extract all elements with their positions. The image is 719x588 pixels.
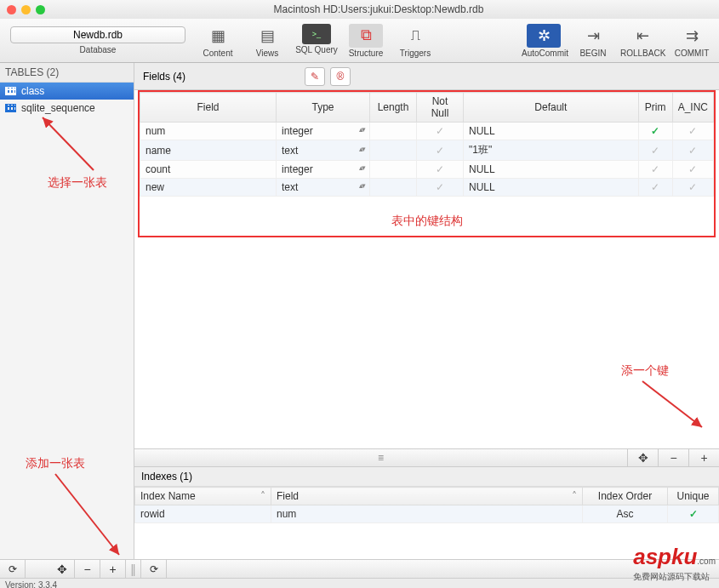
database-button[interactable]: Newdb.rdb [10, 26, 185, 43]
fields-footer-bar: ≡ ✥ − + [134, 448, 719, 467]
indexes-header: Indexes (1) [134, 467, 719, 487]
close-icon[interactable] [7, 5, 16, 14]
commit-icon: ⇉ [675, 24, 709, 48]
database-caption: Database [5, 45, 191, 54]
refresh-right-button[interactable]: ⟳ [141, 560, 167, 579]
fields-table-highlight: Field Type Length Not Null Default Prim … [138, 90, 716, 237]
check-icon[interactable]: ✓ [651, 145, 659, 157]
toolbar-structure[interactable]: ⧉Structure [344, 24, 388, 58]
fields-header-bar: Fields (4) ✎ ® [134, 63, 719, 90]
divider-icon[interactable]: ‖ [126, 560, 141, 579]
move-table-button[interactable]: ✥ [49, 560, 75, 579]
minimize-icon[interactable] [21, 5, 31, 14]
check-icon[interactable]: ✓ [651, 163, 659, 175]
check-icon[interactable]: ✓ [436, 125, 444, 137]
col-default[interactable]: Default [464, 93, 639, 123]
col-index-unique[interactable]: Unique [668, 488, 719, 505]
check-icon[interactable]: ✓ [688, 145, 697, 157]
triggers-icon: ⎍ [398, 24, 432, 48]
chart-icon: ✎ [311, 71, 319, 83]
col-type[interactable]: Type [277, 93, 370, 123]
col-prim[interactable]: Prim [638, 93, 672, 123]
table-icon [5, 104, 16, 112]
toolbar-sqlquery[interactable]: >_SQL Query [294, 24, 339, 58]
terminal-icon: >_ [302, 24, 331, 44]
check-icon: ✓ [689, 508, 698, 520]
tables-header: TABLES (2) [0, 63, 134, 83]
chart-tool-button[interactable]: ✎ [305, 67, 325, 86]
add-table-button[interactable]: + [100, 560, 126, 579]
col-index-order[interactable]: Index Order [583, 488, 668, 505]
bottom-toolbar: ⟳ ✥ − + ‖ ⟳ [0, 559, 719, 578]
toolbar-autocommit[interactable]: ✲AutoCommit [522, 24, 566, 58]
toolbar-triggers[interactable]: ⎍Triggers [393, 24, 437, 58]
toolbar: Newdb.rdb Database ▦Content ▤Views >_SQL… [0, 19, 719, 63]
grid-icon: ▦ [201, 24, 235, 48]
rollback-icon: ⇤ [625, 24, 659, 48]
remove-field-button[interactable]: − [658, 449, 688, 466]
version-label: Version: 3.3.4 [0, 578, 719, 588]
table-row[interactable]: num integer ▴▾ ✓ NULL ✓ ✓ [140, 123, 714, 140]
sidebar-item-class[interactable]: class [0, 83, 134, 100]
check-icon[interactable]: ✓ [688, 163, 697, 175]
fields-count: Fields (4) [143, 71, 185, 83]
stepper-icon[interactable]: ▴▾ [359, 125, 364, 134]
sidebar: TABLES (2) class sqlite_sequence [0, 63, 134, 559]
check-icon[interactable]: ✓ [651, 181, 659, 193]
gear-icon: ✲ [527, 24, 561, 48]
add-field-button[interactable]: + [688, 449, 719, 466]
table-icon [5, 87, 16, 95]
col-notnull[interactable]: Not Null [417, 93, 464, 123]
col-field[interactable]: Field [140, 93, 277, 123]
col-length[interactable]: Length [370, 93, 417, 123]
views-icon: ▤ [250, 24, 284, 48]
stepper-icon[interactable]: ▴▾ [359, 181, 364, 190]
sort-asc-icon: ˄ [260, 490, 265, 502]
refresh-left-button[interactable]: ⟳ [0, 560, 26, 579]
structure-icon: ⧉ [349, 24, 383, 48]
sidebar-item-label: class [21, 85, 44, 97]
table-row[interactable]: name text ▴▾ ✓ "1班" ✓ ✓ [140, 140, 714, 161]
registered-icon: ® [337, 71, 345, 83]
fields-annotation: 表中的键结构 [140, 197, 714, 236]
toolbar-rollback[interactable]: ⇤ROLLBACK [620, 24, 665, 58]
col-index-name[interactable]: Index Name˄ [135, 488, 271, 505]
sidebar-item-label: sqlite_sequence [21, 102, 95, 114]
check-icon[interactable]: ✓ [436, 145, 444, 157]
check-icon[interactable]: ✓ [436, 181, 444, 193]
move-field-button[interactable]: ✥ [627, 449, 658, 466]
check-icon[interactable]: ✓ [651, 125, 659, 137]
check-icon[interactable]: ✓ [688, 181, 697, 193]
refresh-icon: ⟳ [9, 563, 17, 575]
toolbar-content[interactable]: ▦Content [196, 24, 240, 58]
traffic-lights [7, 5, 45, 14]
toolbar-views[interactable]: ▤Views [245, 24, 289, 58]
check-icon[interactable]: ✓ [436, 163, 444, 175]
fields-table: Field Type Length Not Null Default Prim … [140, 92, 714, 197]
toolbar-commit[interactable]: ⇉COMMIT [670, 24, 714, 58]
stepper-icon[interactable]: ▴▾ [359, 145, 364, 153]
table-row[interactable]: new text ▴▾ ✓ NULL ✓ ✓ [140, 179, 714, 197]
begin-icon: ⇥ [576, 24, 610, 48]
col-index-field[interactable]: Field˄ [271, 488, 583, 505]
maximize-icon[interactable] [36, 5, 45, 14]
col-ainc[interactable]: A_INC [672, 93, 713, 123]
window-title: Macintosh HD:Users:jukui:Desktop:Newdb.r… [45, 3, 712, 15]
indexes-table: Index Name˄ Field˄ Index Order Unique ro… [134, 487, 719, 523]
check-icon[interactable]: ✓ [688, 125, 697, 137]
sort-asc-icon: ˄ [572, 490, 577, 502]
toolbar-begin[interactable]: ⇥BEGIN [571, 24, 615, 58]
refresh-icon: ⟳ [150, 563, 158, 575]
registered-tool-button[interactable]: ® [330, 67, 351, 86]
table-row[interactable]: rowid num Asc ✓ [135, 505, 719, 523]
stepper-icon[interactable]: ▴▾ [359, 163, 364, 172]
watermark-logo: aspku.com 免费网站源码下载站 [633, 544, 716, 583]
remove-table-button[interactable]: − [75, 560, 100, 579]
titlebar: Macintosh HD:Users:jukui:Desktop:Newdb.r… [0, 0, 719, 19]
drag-handle-icon[interactable]: ≡ [134, 452, 627, 464]
sidebar-item-sqlite-sequence[interactable]: sqlite_sequence [0, 100, 134, 117]
table-row[interactable]: count integer ▴▾ ✓ NULL ✓ ✓ [140, 161, 714, 179]
